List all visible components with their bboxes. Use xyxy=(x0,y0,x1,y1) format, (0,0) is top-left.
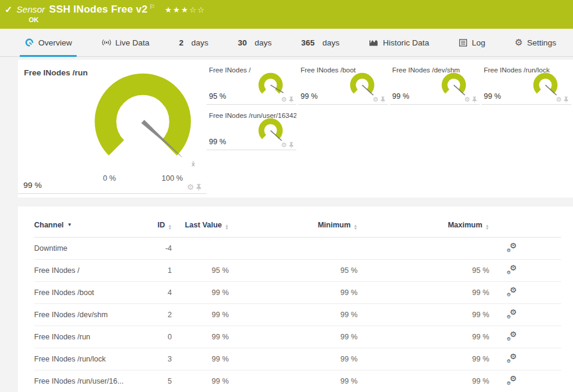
gear-icon[interactable]: ⚙ xyxy=(372,96,378,103)
minimum-cell: 99 % xyxy=(229,304,357,326)
channels-table: Channel▼ ID▲▼ Last Value▲▼ Minimum▲▼ Max… xyxy=(34,211,561,392)
gauge-value: 99 % xyxy=(484,92,501,101)
channel-settings-icon[interactable]: ⚙⚙ xyxy=(507,265,517,274)
gauge-icon xyxy=(25,38,34,47)
spacer-cell xyxy=(534,304,561,326)
sort-icon: ▲▼ xyxy=(168,224,172,230)
table-row: Free INodes /run 0 99 % 99 % 99 % ⚙⚙ xyxy=(34,326,561,348)
sensor-title: SSH INodes Free v2 xyxy=(49,4,147,16)
tab-log[interactable]: Log xyxy=(456,29,488,56)
minimum-cell: 99 % xyxy=(229,282,357,304)
channel-name-cell: Free INodes /run xyxy=(34,326,139,348)
last-value-cell: 99 % xyxy=(172,282,229,304)
maximum-cell xyxy=(357,238,489,260)
maximum-cell: 99 % xyxy=(357,326,489,348)
mini-gauge-grid: Free INodes / 95 % ⚙ Free INodes /boot 9… xyxy=(207,60,573,197)
pin-icon[interactable] xyxy=(472,96,477,103)
channel-settings-icon[interactable]: ⚙⚙ xyxy=(507,376,517,385)
id-cell: 0 xyxy=(139,326,172,348)
main-gauge-panel: Free INodes /run x̄ 0 % 100 % 99 % ⚙ xyxy=(18,60,207,194)
column-label: Last Value xyxy=(185,221,222,229)
channel-name-cell: Free INodes /dev/shm xyxy=(34,304,139,326)
channel-settings-icon[interactable]: ⚙⚙ xyxy=(507,332,517,341)
id-cell: -4 xyxy=(139,238,172,260)
maximum-cell: 99 % xyxy=(357,304,489,326)
tab-label: days xyxy=(323,38,340,47)
tab-live-data[interactable]: Live Data xyxy=(99,29,152,56)
column-header-id[interactable]: ID▲▼ xyxy=(139,211,172,238)
tab-historic-data[interactable]: Historic Data xyxy=(366,29,431,56)
channel-settings-icon[interactable]: ⚙⚙ xyxy=(507,243,517,252)
tab-overview[interactable]: Overview xyxy=(22,29,74,56)
mini-gauge-panel: Free INodes / 95 % ⚙ xyxy=(207,65,296,105)
tab-settings[interactable]: ⚙ Settings xyxy=(513,29,559,56)
id-cell: 3 xyxy=(139,348,172,370)
last-value-cell: 99 % xyxy=(172,348,229,370)
pin-icon[interactable] xyxy=(196,184,202,191)
gear-icon[interactable]: ⚙ xyxy=(281,96,287,103)
gear-icon[interactable]: ⚙ xyxy=(556,96,562,103)
minimum-cell: 99 % xyxy=(229,348,357,370)
spacer-cell xyxy=(534,260,561,282)
tab-label: Live Data xyxy=(116,38,150,47)
flag-icon[interactable]: ⚐ xyxy=(149,3,155,11)
maximum-cell: 99 % xyxy=(357,370,489,392)
pin-icon[interactable] xyxy=(289,96,294,103)
pin-icon[interactable] xyxy=(563,96,569,103)
gear-icon[interactable]: ⚙ xyxy=(187,184,194,191)
mini-gauge-panel: Free INodes /run/user/16342... 99 % ⚙ xyxy=(207,110,296,150)
main-gauge xyxy=(87,71,198,171)
id-cell: 2 xyxy=(139,304,172,326)
tab-30-days[interactable]: 30days xyxy=(235,29,274,56)
tab-label: days xyxy=(191,38,208,47)
column-header-spacer xyxy=(534,211,561,238)
priority-stars[interactable]: ★★★☆☆ xyxy=(165,5,205,14)
tab-label: Historic Data xyxy=(383,38,429,47)
table-row: Free INodes /dev/shm 2 99 % 99 % 99 % ⚙⚙ xyxy=(34,304,561,326)
sorted-desc-icon: ▼ xyxy=(67,222,72,227)
tab-label: days xyxy=(254,38,272,47)
tab-label: 2 xyxy=(179,38,184,47)
last-value-cell: 95 % xyxy=(172,260,229,282)
tab-2-days[interactable]: 2days xyxy=(177,29,211,56)
gauge-value: 95 % xyxy=(209,92,226,101)
status-check-icon: ✓ xyxy=(5,4,13,15)
historic-chart-icon xyxy=(369,38,378,47)
column-header-minimum[interactable]: Minimum▲▼ xyxy=(229,211,357,238)
column-header-channel[interactable]: Channel▼ xyxy=(34,211,139,238)
id-cell: 5 xyxy=(139,370,172,392)
column-header-last-value[interactable]: Last Value▲▼ xyxy=(172,211,229,238)
gear-icon[interactable]: ⚙ xyxy=(281,141,287,148)
gauge-value: 99 % xyxy=(392,92,410,101)
tab-365-days[interactable]: 365days xyxy=(299,29,342,56)
table-row: Free INodes /run/lock 3 99 % 99 % 99 % ⚙… xyxy=(34,348,561,370)
gear-icon[interactable]: ⚙ xyxy=(464,96,470,103)
column-header-settings xyxy=(489,211,534,238)
table-row: Free INodes /run/user/16... 5 99 % 99 % … xyxy=(34,370,561,392)
channel-settings-icon[interactable]: ⚙⚙ xyxy=(507,354,517,363)
table-row: Free INodes /boot 4 99 % 99 % 99 % ⚙⚙ xyxy=(34,282,561,304)
mini-gauge-panel: Free INodes /dev/shm 99 % ⚙ xyxy=(390,65,480,105)
last-value-cell: 99 % xyxy=(172,304,229,326)
column-label: Maximum xyxy=(448,221,483,229)
channel-name-cell: Downtime xyxy=(34,238,139,260)
tab-label: 30 xyxy=(238,38,247,47)
minimum-cell: 99 % xyxy=(229,370,357,392)
channel-settings-icon[interactable]: ⚙⚙ xyxy=(507,287,517,296)
mini-gauge-panel: Free INodes /boot 99 % ⚙ xyxy=(298,65,388,105)
table-row: Free INodes / 1 95 % 95 % 95 % ⚙⚙ xyxy=(34,260,561,282)
minimum-cell: 99 % xyxy=(229,326,357,348)
table-row: Downtime -4 ⚙⚙ xyxy=(34,238,561,260)
pin-icon[interactable] xyxy=(380,96,386,103)
pin-icon[interactable] xyxy=(289,142,294,148)
column-header-maximum[interactable]: Maximum▲▼ xyxy=(357,211,489,238)
last-value-cell xyxy=(172,238,229,260)
channel-name-cell: Free INodes /run/lock xyxy=(34,348,139,370)
column-label: Channel xyxy=(34,221,63,229)
log-icon xyxy=(459,38,468,47)
column-label: Minimum xyxy=(318,221,351,229)
spacer-cell xyxy=(534,348,561,370)
tab-label: 365 xyxy=(301,38,315,47)
channel-settings-icon[interactable]: ⚙⚙ xyxy=(507,309,517,318)
maximum-cell: 99 % xyxy=(357,348,489,370)
